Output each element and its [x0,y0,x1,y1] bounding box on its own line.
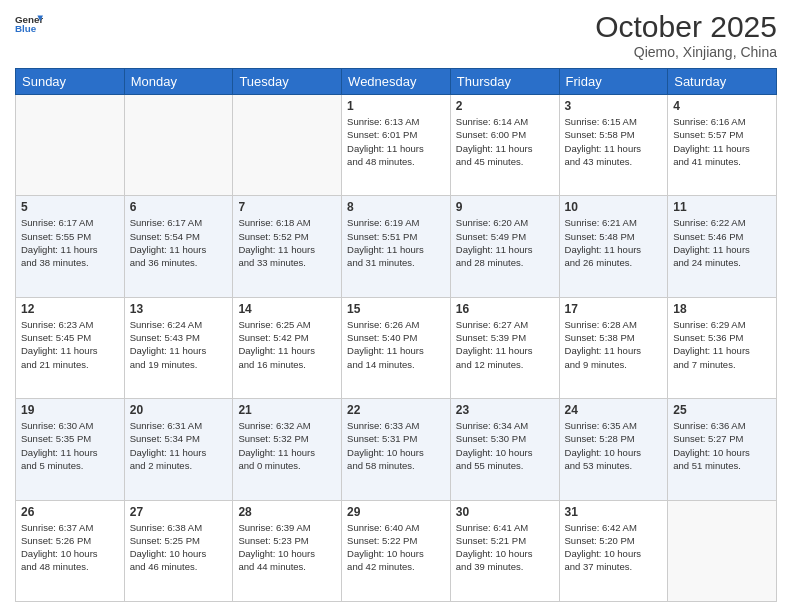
day-number: 5 [21,200,119,214]
day-info: Sunrise: 6:28 AMSunset: 5:38 PMDaylight:… [565,318,663,371]
day-number: 2 [456,99,554,113]
calendar-cell: 25Sunrise: 6:36 AMSunset: 5:27 PMDayligh… [668,399,777,500]
calendar-cell: 13Sunrise: 6:24 AMSunset: 5:43 PMDayligh… [124,297,233,398]
calendar-cell: 12Sunrise: 6:23 AMSunset: 5:45 PMDayligh… [16,297,125,398]
calendar-cell [16,95,125,196]
calendar-cell: 23Sunrise: 6:34 AMSunset: 5:30 PMDayligh… [450,399,559,500]
day-number: 12 [21,302,119,316]
day-number: 9 [456,200,554,214]
calendar: Sunday Monday Tuesday Wednesday Thursday… [15,68,777,602]
calendar-cell: 9Sunrise: 6:20 AMSunset: 5:49 PMDaylight… [450,196,559,297]
day-info: Sunrise: 6:23 AMSunset: 5:45 PMDaylight:… [21,318,119,371]
day-info: Sunrise: 6:35 AMSunset: 5:28 PMDaylight:… [565,419,663,472]
calendar-cell: 3Sunrise: 6:15 AMSunset: 5:58 PMDaylight… [559,95,668,196]
day-info: Sunrise: 6:30 AMSunset: 5:35 PMDaylight:… [21,419,119,472]
day-number: 27 [130,505,228,519]
day-number: 4 [673,99,771,113]
calendar-cell: 29Sunrise: 6:40 AMSunset: 5:22 PMDayligh… [342,500,451,601]
day-info: Sunrise: 6:14 AMSunset: 6:00 PMDaylight:… [456,115,554,168]
page: General Blue October 2025 Qiemo, Xinjian… [0,0,792,612]
calendar-cell: 26Sunrise: 6:37 AMSunset: 5:26 PMDayligh… [16,500,125,601]
day-number: 19 [21,403,119,417]
day-info: Sunrise: 6:33 AMSunset: 5:31 PMDaylight:… [347,419,445,472]
day-info: Sunrise: 6:39 AMSunset: 5:23 PMDaylight:… [238,521,336,574]
day-info: Sunrise: 6:40 AMSunset: 5:22 PMDaylight:… [347,521,445,574]
calendar-cell: 24Sunrise: 6:35 AMSunset: 5:28 PMDayligh… [559,399,668,500]
col-saturday: Saturday [668,69,777,95]
day-number: 16 [456,302,554,316]
day-info: Sunrise: 6:22 AMSunset: 5:46 PMDaylight:… [673,216,771,269]
day-number: 29 [347,505,445,519]
month-title: October 2025 [595,10,777,44]
col-friday: Friday [559,69,668,95]
calendar-cell: 30Sunrise: 6:41 AMSunset: 5:21 PMDayligh… [450,500,559,601]
day-info: Sunrise: 6:18 AMSunset: 5:52 PMDaylight:… [238,216,336,269]
calendar-cell: 5Sunrise: 6:17 AMSunset: 5:55 PMDaylight… [16,196,125,297]
day-number: 20 [130,403,228,417]
day-number: 17 [565,302,663,316]
calendar-cell: 31Sunrise: 6:42 AMSunset: 5:20 PMDayligh… [559,500,668,601]
calendar-cell: 18Sunrise: 6:29 AMSunset: 5:36 PMDayligh… [668,297,777,398]
day-info: Sunrise: 6:13 AMSunset: 6:01 PMDaylight:… [347,115,445,168]
calendar-cell: 21Sunrise: 6:32 AMSunset: 5:32 PMDayligh… [233,399,342,500]
day-info: Sunrise: 6:31 AMSunset: 5:34 PMDaylight:… [130,419,228,472]
day-info: Sunrise: 6:42 AMSunset: 5:20 PMDaylight:… [565,521,663,574]
day-number: 28 [238,505,336,519]
day-number: 23 [456,403,554,417]
day-number: 14 [238,302,336,316]
day-number: 7 [238,200,336,214]
calendar-cell [668,500,777,601]
day-number: 13 [130,302,228,316]
day-number: 18 [673,302,771,316]
day-number: 31 [565,505,663,519]
day-number: 11 [673,200,771,214]
calendar-cell: 10Sunrise: 6:21 AMSunset: 5:48 PMDayligh… [559,196,668,297]
day-info: Sunrise: 6:17 AMSunset: 5:55 PMDaylight:… [21,216,119,269]
day-number: 30 [456,505,554,519]
day-info: Sunrise: 6:27 AMSunset: 5:39 PMDaylight:… [456,318,554,371]
day-info: Sunrise: 6:15 AMSunset: 5:58 PMDaylight:… [565,115,663,168]
svg-text:Blue: Blue [15,23,37,34]
day-number: 26 [21,505,119,519]
calendar-cell: 14Sunrise: 6:25 AMSunset: 5:42 PMDayligh… [233,297,342,398]
calendar-cell [233,95,342,196]
logo: General Blue [15,10,43,38]
day-info: Sunrise: 6:20 AMSunset: 5:49 PMDaylight:… [456,216,554,269]
calendar-cell: 7Sunrise: 6:18 AMSunset: 5:52 PMDaylight… [233,196,342,297]
col-thursday: Thursday [450,69,559,95]
title-block: October 2025 Qiemo, Xinjiang, China [595,10,777,60]
day-info: Sunrise: 6:36 AMSunset: 5:27 PMDaylight:… [673,419,771,472]
day-info: Sunrise: 6:25 AMSunset: 5:42 PMDaylight:… [238,318,336,371]
day-number: 24 [565,403,663,417]
header: General Blue October 2025 Qiemo, Xinjian… [15,10,777,60]
logo-icon: General Blue [15,10,43,38]
day-info: Sunrise: 6:19 AMSunset: 5:51 PMDaylight:… [347,216,445,269]
col-monday: Monday [124,69,233,95]
day-info: Sunrise: 6:21 AMSunset: 5:48 PMDaylight:… [565,216,663,269]
day-number: 22 [347,403,445,417]
day-number: 15 [347,302,445,316]
location: Qiemo, Xinjiang, China [595,44,777,60]
day-info: Sunrise: 6:32 AMSunset: 5:32 PMDaylight:… [238,419,336,472]
day-number: 25 [673,403,771,417]
day-number: 1 [347,99,445,113]
calendar-cell: 1Sunrise: 6:13 AMSunset: 6:01 PMDaylight… [342,95,451,196]
calendar-cell: 15Sunrise: 6:26 AMSunset: 5:40 PMDayligh… [342,297,451,398]
day-number: 3 [565,99,663,113]
calendar-cell: 6Sunrise: 6:17 AMSunset: 5:54 PMDaylight… [124,196,233,297]
calendar-cell: 27Sunrise: 6:38 AMSunset: 5:25 PMDayligh… [124,500,233,601]
day-number: 8 [347,200,445,214]
day-info: Sunrise: 6:34 AMSunset: 5:30 PMDaylight:… [456,419,554,472]
calendar-cell: 4Sunrise: 6:16 AMSunset: 5:57 PMDaylight… [668,95,777,196]
calendar-cell: 22Sunrise: 6:33 AMSunset: 5:31 PMDayligh… [342,399,451,500]
day-info: Sunrise: 6:17 AMSunset: 5:54 PMDaylight:… [130,216,228,269]
day-number: 21 [238,403,336,417]
day-info: Sunrise: 6:37 AMSunset: 5:26 PMDaylight:… [21,521,119,574]
calendar-cell: 19Sunrise: 6:30 AMSunset: 5:35 PMDayligh… [16,399,125,500]
col-tuesday: Tuesday [233,69,342,95]
day-number: 10 [565,200,663,214]
day-info: Sunrise: 6:41 AMSunset: 5:21 PMDaylight:… [456,521,554,574]
day-info: Sunrise: 6:38 AMSunset: 5:25 PMDaylight:… [130,521,228,574]
calendar-cell: 11Sunrise: 6:22 AMSunset: 5:46 PMDayligh… [668,196,777,297]
day-info: Sunrise: 6:29 AMSunset: 5:36 PMDaylight:… [673,318,771,371]
